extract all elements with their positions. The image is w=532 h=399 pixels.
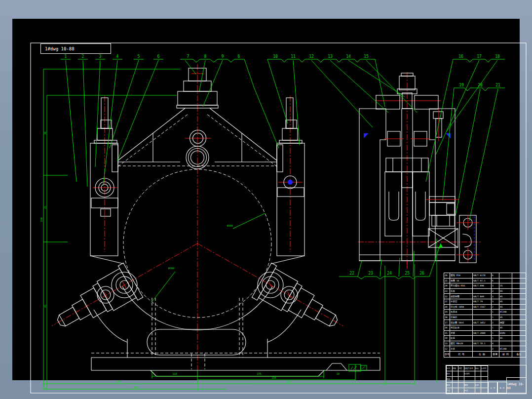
parts-header-cell: 材 料 [499, 351, 512, 357]
svg-text:150: 150 [271, 376, 276, 379]
parts-cell: 20 [444, 304, 450, 310]
parts-cell: 2 [492, 304, 499, 310]
parts-cell: 17 [444, 320, 450, 325]
title-block-middle: 共 张 第 张 [488, 365, 507, 394]
parts-cell: 1 [492, 315, 499, 320]
parts-cell: 双头螺柱 M16 [450, 283, 473, 289]
callout-number: 25 [405, 271, 410, 276]
parts-cell: 45 [499, 299, 512, 304]
title-block-cell [481, 382, 488, 388]
svg-text:150: 150 [286, 380, 291, 383]
parts-cell: 22 [444, 294, 450, 299]
parts-cell: 45 [499, 304, 512, 310]
parts-cell [512, 304, 526, 310]
parts-header-cell: 代 号 [450, 351, 473, 357]
parts-cell: 24 [444, 283, 450, 289]
parts-cell: 液压缸体 [450, 325, 473, 330]
callout-number: 22 [349, 271, 354, 276]
callout-number: 6 [238, 54, 240, 59]
parts-header-cell: 数量 [492, 351, 499, 357]
parts-cell: 21 [444, 299, 450, 304]
parts-cell: 螺母 M16 [450, 273, 473, 279]
parts-cell [512, 320, 526, 325]
callout-number: 8 [204, 54, 207, 59]
parts-cell: GB/T 898 [473, 283, 492, 289]
title-block-cell [481, 388, 488, 393]
parts-cell: 弹簧 [450, 330, 473, 336]
parts-cell [473, 310, 492, 315]
parts-cell: 12 [444, 346, 450, 352]
title-block-cell: 重量 [464, 382, 475, 388]
parts-cell: 球面垫圈 [450, 294, 473, 299]
parts-cell: 25 [444, 278, 450, 283]
parts-cell [473, 336, 492, 341]
parts-cell: 35 [499, 283, 512, 289]
parts-cell [512, 273, 526, 279]
parts-cell: 45 [499, 336, 512, 341]
drawing-canvas[interactable]: 1234567896101112131415161718192021222324… [12, 19, 520, 380]
callout-number: 12 [309, 54, 314, 59]
parts-cell: 1 [492, 336, 499, 341]
parts-cell [512, 341, 526, 346]
callout-number: 2 [82, 54, 84, 59]
callout-number: 19 [459, 83, 464, 87]
parts-cell: 1 [492, 330, 499, 336]
title-block-cell [481, 371, 488, 377]
svg-text:45: 45 [43, 305, 46, 308]
title-block-cell: 设计 [447, 371, 453, 377]
parts-cell: 23 [444, 288, 450, 294]
parts-cell [512, 283, 526, 289]
sheet-count-a: 共 张 [488, 382, 497, 394]
parts-cell: 3 [492, 288, 499, 294]
parts-cell: 3 [492, 294, 499, 299]
parts-cell [512, 330, 526, 336]
right-screw-cylinder [252, 263, 345, 340]
front-view [49, 64, 380, 376]
title-block-cell: 分区 [458, 366, 464, 371]
callout-number: 14 [346, 54, 351, 59]
parts-header-cell: 备注 [512, 351, 526, 357]
parts-cell: GB/T 6170 [473, 273, 492, 279]
parts-cell [512, 310, 526, 315]
callout-number: 18 [495, 54, 500, 59]
left-screw-cylinder [49, 263, 143, 340]
parts-cell: GB/T 97.1 [473, 278, 492, 283]
parts-cell [473, 315, 492, 320]
callout-number: 16 [458, 54, 463, 59]
callout-number: 6 [157, 54, 160, 59]
parts-cell: 橡胶 [499, 320, 512, 325]
parts-cell: 6 [492, 273, 499, 279]
parts-cell: 螺钉 M8×20 [450, 341, 473, 346]
svg-text:175: 175 [257, 372, 261, 375]
parts-cell [512, 288, 526, 294]
parts-cell [499, 278, 512, 283]
title-block-cell [475, 377, 481, 382]
title-block-cell: 处数 [453, 366, 458, 371]
callout-number: 26 [419, 271, 424, 276]
svg-text:170: 170 [116, 380, 120, 383]
svg-text:Ø160: Ø160 [168, 267, 174, 270]
title-block-cell [458, 377, 464, 382]
svg-text:25: 25 [43, 206, 46, 209]
parts-cell: 垫圈 16 [450, 278, 473, 283]
parts-cell: 19 [444, 310, 450, 315]
title-block-cell: 校核 [447, 377, 453, 382]
parts-cell: 16 [444, 325, 450, 330]
doc-label: 1#dwg 10-88 [40, 43, 111, 54]
parts-cell: 3 [492, 346, 499, 352]
parts-cell [512, 315, 526, 320]
title-block-cell [481, 377, 488, 382]
parts-header-cell: 序号 [444, 351, 450, 357]
parts-cell: 缸盖 [450, 336, 473, 341]
parts-cell: HT200 [499, 310, 512, 315]
doc-label-text: 1#dwg 10-88 [45, 46, 75, 51]
parts-cell [512, 336, 526, 341]
parts-cell: 支承钉 [450, 299, 473, 304]
parts-cell: 压板 [450, 288, 473, 294]
callout-number: 1 [65, 54, 67, 59]
parts-cell: 45 [499, 288, 512, 294]
parts-cell: 1 [492, 325, 499, 330]
callout-number: 24 [387, 271, 392, 276]
parts-cell: 支座 [450, 346, 473, 352]
parts-cell [499, 273, 512, 279]
